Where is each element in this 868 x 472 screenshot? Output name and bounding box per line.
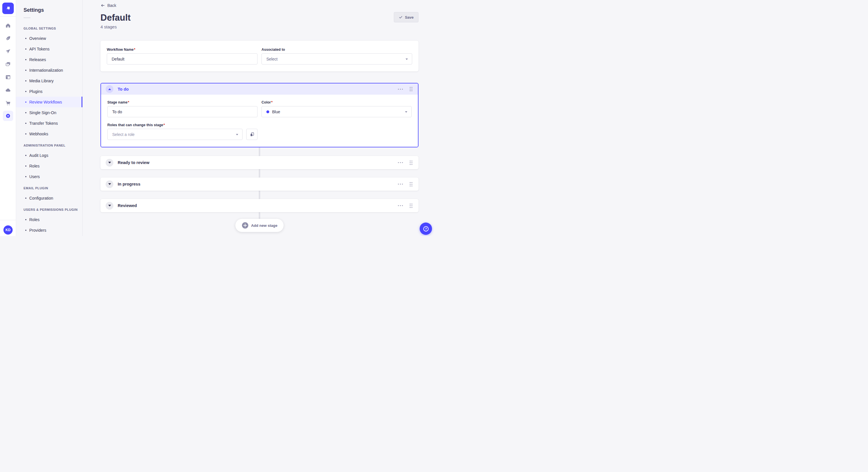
bullet-icon xyxy=(25,123,26,124)
sidebar-item-label: Users xyxy=(29,174,40,179)
stage-card-reviewed[interactable]: Reviewed xyxy=(100,199,418,212)
media-library-icon[interactable] xyxy=(5,61,11,67)
cloud-icon[interactable] xyxy=(5,87,11,93)
sidebar-item-up-roles[interactable]: Roles xyxy=(16,214,82,225)
sidebar-item-label: Audit Logs xyxy=(29,153,48,158)
ellipsis-icon xyxy=(398,205,403,206)
stage-actions xyxy=(397,86,413,92)
sidebar-item-internationalization[interactable]: Internationalization xyxy=(16,65,82,75)
section-header-users-permissions-plugin: USERS & PERMISSIONS PLUGIN xyxy=(24,208,82,211)
rail-bottom-divider xyxy=(0,220,16,220)
sidebar-item-overview[interactable]: Overview xyxy=(16,33,82,43)
bullet-icon xyxy=(25,80,26,81)
stage-drag-handle[interactable] xyxy=(409,86,413,92)
strapi-logo[interactable] xyxy=(2,3,14,14)
sidebar-item-label: Plugins xyxy=(29,89,42,94)
stage-header-to-do[interactable]: To do xyxy=(101,83,418,95)
stage-title: Reviewed xyxy=(118,203,137,208)
settings-gear-icon[interactable] xyxy=(5,113,11,119)
sidebar-item-users[interactable]: Users xyxy=(16,171,82,182)
copy-icon xyxy=(249,132,255,137)
sidebar-title: Settings xyxy=(16,0,82,13)
stage-options-button[interactable] xyxy=(397,204,404,207)
stage-actions xyxy=(397,160,413,166)
workflow-name-input[interactable] xyxy=(107,53,257,65)
add-new-stage-button[interactable]: Add new stage xyxy=(236,219,284,232)
rail-icons xyxy=(5,23,11,119)
stage-color-value: Blue xyxy=(272,109,280,114)
stage-drag-handle[interactable] xyxy=(409,160,413,166)
sidebar-item-webhooks[interactable]: Webhooks xyxy=(16,129,82,139)
expand-stage-button[interactable] xyxy=(105,202,113,210)
sidebar-item-label: Overview xyxy=(29,36,46,41)
chevron-down-icon xyxy=(236,134,238,135)
color-swatch-blue xyxy=(267,110,269,113)
cart-icon[interactable] xyxy=(5,100,11,106)
plus-circle-icon xyxy=(242,222,249,229)
ellipsis-icon xyxy=(398,162,403,163)
back-arrow-icon xyxy=(100,3,105,8)
stage-name-input[interactable] xyxy=(107,106,257,117)
stage-title: In progress xyxy=(118,182,141,187)
required-asterisk: * xyxy=(271,100,273,104)
sidebar-item-label: Media Library xyxy=(29,78,54,83)
main-content: Back Default 4 stages Save Workflow Name… xyxy=(83,0,434,236)
required-asterisk: * xyxy=(134,47,135,52)
stage-actions xyxy=(397,181,413,187)
expand-stage-button[interactable] xyxy=(105,159,113,167)
paper-plane-icon[interactable] xyxy=(5,48,11,54)
sidebar-item-review-workflows[interactable]: Review Workflows xyxy=(16,97,82,107)
stage-roles-select[interactable]: Select a role xyxy=(107,129,243,140)
sidebar-item-api-tokens[interactable]: API Tokens xyxy=(16,43,82,54)
home-icon[interactable] xyxy=(5,23,11,28)
sidebar-item-providers[interactable]: Providers xyxy=(16,225,82,235)
sidebar-item-releases[interactable]: Releases xyxy=(16,54,82,65)
stage-drag-handle[interactable] xyxy=(409,181,413,187)
stage-color-field: Color* Blue xyxy=(261,100,412,117)
stage-body: Stage name* Color* Blue xyxy=(101,95,418,147)
sidebar-item-label: API Tokens xyxy=(29,47,50,51)
expand-stage-button[interactable] xyxy=(105,180,113,188)
chevron-up-icon xyxy=(108,88,111,90)
stage-color-select[interactable]: Blue xyxy=(261,106,412,117)
stage-roles-field: Roles that can change this stage* Select… xyxy=(107,123,257,140)
sidebar-item-label: Roles xyxy=(29,217,40,222)
sidebar-item-admin-roles[interactable]: Roles xyxy=(16,161,82,171)
save-label: Save xyxy=(405,15,414,20)
associated-to-select[interactable]: Select xyxy=(261,53,412,65)
drag-handle-icon xyxy=(409,160,413,165)
sidebar-item-plugins[interactable]: Plugins xyxy=(16,86,82,97)
layout-icon[interactable] xyxy=(5,74,11,80)
sidebar-item-label: Single Sign-On xyxy=(29,110,56,115)
section-header-global-settings: GLOBAL SETTINGS xyxy=(24,27,82,30)
bullet-icon xyxy=(25,70,26,71)
duplicate-stage-button[interactable] xyxy=(246,129,257,140)
stage-drag-handle[interactable] xyxy=(409,203,413,209)
help-button[interactable]: ? xyxy=(420,223,432,235)
sidebar-item-label: Review Workflows xyxy=(29,100,62,104)
stage-options-button[interactable] xyxy=(397,162,404,164)
collapse-stage-button[interactable] xyxy=(105,85,113,93)
stage-options-button[interactable] xyxy=(397,183,404,185)
stage-options-button[interactable] xyxy=(397,88,404,90)
help-question-icon: ? xyxy=(423,225,429,232)
save-button[interactable]: Save xyxy=(394,12,418,22)
sidebar-item-label: Transfer Tokens xyxy=(29,121,58,126)
sidebar-item-single-sign-on[interactable]: Single Sign-On xyxy=(16,107,82,118)
back-link[interactable]: Back xyxy=(100,3,116,8)
chevron-down-icon xyxy=(405,111,407,113)
sidebar-item-audit-logs[interactable]: Audit Logs xyxy=(16,150,82,161)
drag-handle-icon xyxy=(409,182,413,187)
feather-icon[interactable] xyxy=(5,36,11,41)
sidebar-item-label: Configuration xyxy=(29,196,53,200)
workflow-meta-card: Workflow Name* Associated to Select xyxy=(100,41,418,71)
sidebar-item-transfer-tokens[interactable]: Transfer Tokens xyxy=(16,118,82,129)
stage-card-ready-to-review[interactable]: Ready to review xyxy=(100,156,418,169)
stage-card-in-progress[interactable]: In progress xyxy=(100,177,418,191)
user-avatar[interactable]: KD xyxy=(3,225,12,235)
associated-to-value: Select xyxy=(267,57,278,61)
ellipsis-icon xyxy=(398,89,403,90)
sidebar-item-media-library[interactable]: Media Library xyxy=(16,75,82,86)
sidebar-item-configuration[interactable]: Configuration xyxy=(16,193,82,203)
associated-to-label: Associated to xyxy=(261,47,412,52)
